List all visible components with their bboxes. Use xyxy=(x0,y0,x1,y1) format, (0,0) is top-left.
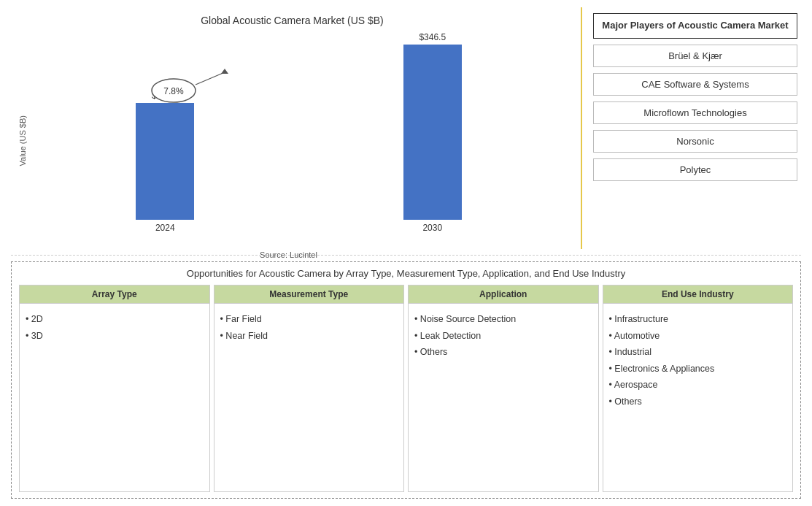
bar-2030-value: $346.5 xyxy=(419,32,446,42)
chart-title: Global Acoustic Camera Market (US $B) xyxy=(201,15,384,26)
vertical-divider xyxy=(581,7,582,249)
end-use-industry-body: Infrastructure Automotive Industrial Ele… xyxy=(603,304,793,417)
top-section: Global Acoustic Camera Market (US $B) Va… xyxy=(11,7,801,256)
end-use-item-4: Electronics & Appliances xyxy=(609,361,787,377)
end-use-item-6: Others xyxy=(609,394,787,410)
array-type-item-1: 2D xyxy=(26,311,204,328)
measurement-type-item-2: Near Field xyxy=(220,328,398,345)
bar-2030-rect xyxy=(403,45,462,220)
application-item-1: Noise Source Detection xyxy=(414,311,592,328)
array-type-item-2: 3D xyxy=(26,328,204,345)
chart-body: Value (US $B) 7.8% xyxy=(18,32,566,249)
end-use-item-1: Infrastructure xyxy=(609,311,787,328)
end-use-item-2: Automotive xyxy=(609,328,787,345)
y-axis-label: Value (US $B) xyxy=(18,115,27,166)
player-item-2: CAE Software & Systems xyxy=(593,73,797,96)
source-text: Source: Lucintel xyxy=(260,250,325,259)
bar-2030: $346.5 2030 xyxy=(403,32,462,233)
bar-2024-label: 2024 xyxy=(155,223,175,233)
array-type-column: Array Type 2D 3D xyxy=(19,285,210,492)
application-item-2: Leak Detection xyxy=(414,328,592,345)
array-type-body: 2D 3D xyxy=(20,304,209,351)
end-use-item-5: Aerospace xyxy=(609,377,787,394)
opportunities-title: Opportunities for Acoustic Camera by Arr… xyxy=(19,268,793,279)
array-type-header: Array Type xyxy=(20,285,209,304)
application-column: Application Noise Source Detection Leak … xyxy=(408,285,599,492)
application-body: Noise Source Detection Leak Detection Ot… xyxy=(409,304,598,368)
application-header: Application xyxy=(409,285,598,304)
bars-inner: $220.8 2024 $346.5 2030 xyxy=(31,32,566,249)
measurement-type-header: Measurement Type xyxy=(214,285,404,304)
bar-2024: $220.8 2024 xyxy=(136,91,194,233)
columns-wrapper: Array Type 2D 3D Measurement Type Far Fi… xyxy=(19,285,793,492)
application-item-3: Others xyxy=(414,344,592,361)
players-title: Major Players of Acoustic Camera Market xyxy=(593,13,797,39)
player-item-5: Polytec xyxy=(593,158,797,181)
player-item-3: Microflown Technologies xyxy=(593,101,797,124)
measurement-type-item-1: Far Field xyxy=(220,311,398,328)
bottom-section: Opportunities for Acoustic Camera by Arr… xyxy=(11,261,801,499)
player-item-1: Brüel & Kjær xyxy=(593,45,797,67)
bar-2024-value: $220.8 xyxy=(152,91,179,101)
chart-area: Global Acoustic Camera Market (US $B) Va… xyxy=(11,7,573,249)
bars-container: 7.8% $220.8 2024 xyxy=(31,32,566,249)
measurement-type-body: Far Field Near Field xyxy=(214,304,404,351)
page-wrapper: Global Acoustic Camera Market (US $B) Va… xyxy=(0,0,812,506)
end-use-industry-column: End Use Industry Infrastructure Automoti… xyxy=(603,285,794,492)
bar-2024-rect xyxy=(136,103,194,220)
right-panel: Major Players of Acoustic Camera Market … xyxy=(589,7,801,249)
end-use-item-3: Industrial xyxy=(609,344,787,361)
bar-2030-label: 2030 xyxy=(422,223,442,233)
end-use-industry-header: End Use Industry xyxy=(603,285,793,304)
player-item-4: Norsonic xyxy=(593,130,797,153)
measurement-type-column: Measurement Type Far Field Near Field xyxy=(214,285,405,492)
